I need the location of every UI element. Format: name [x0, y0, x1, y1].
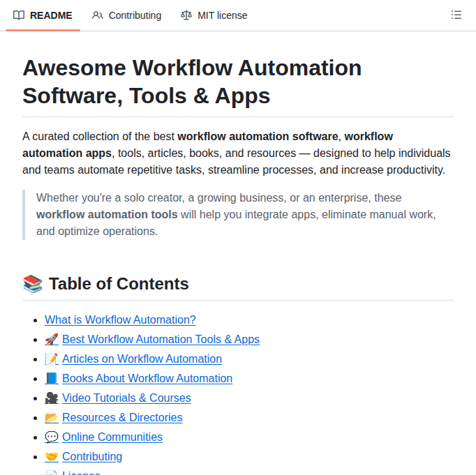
toc-item: What is Workflow Automation?: [45, 312, 454, 329]
toc-link-articles[interactable]: 📝Articles on Workflow Automation: [45, 353, 222, 365]
speech-balloon-emoji-icon: 💬: [45, 431, 59, 443]
toc-link-best-tools[interactable]: 🚀Best Workflow Automation Tools & Apps: [45, 333, 260, 345]
readme-article: Awesome Workflow Automation Software, To…: [0, 31, 476, 475]
toc-link-resources[interactable]: 📂Resources & Directories: [45, 412, 182, 423]
toc-heading: 📚Table of Contents: [22, 273, 454, 301]
toc-item: 🤝Contributing: [45, 448, 454, 465]
toc-link-online-communities[interactable]: 💬Online Communities: [45, 431, 163, 443]
handshake-emoji-icon: 🤝: [45, 451, 59, 462]
intro-blockquote: Whether you're a solo creator, a growing…: [22, 190, 454, 240]
law-icon: [181, 10, 192, 21]
rocket-emoji-icon: 🚀: [45, 333, 59, 345]
tab-contributing[interactable]: Contributing: [84, 0, 170, 31]
toc-item: 📂Resources & Directories: [45, 409, 454, 426]
toc-link-video-tutorials[interactable]: 🎥Video Tutorials & Courses: [45, 392, 191, 404]
toc-item: 🚀Best Workflow Automation Tools & Apps: [45, 331, 454, 348]
toc-link-label: What is Workflow Automation?: [45, 314, 196, 326]
page-emoji-icon: 📄: [45, 470, 59, 475]
toc-link-label: License: [62, 470, 101, 475]
page-title: Awesome Workflow Automation Software, To…: [22, 54, 454, 117]
tab-contributing-label: Contributing: [109, 10, 162, 21]
toc-link-contributing[interactable]: 🤝Contributing: [45, 451, 122, 462]
toc-link-what-is-workflow-automation[interactable]: What is Workflow Automation?: [45, 314, 196, 326]
movie-camera-emoji-icon: 🎥: [45, 392, 59, 404]
tab-mit-license[interactable]: MIT license: [173, 0, 255, 31]
blue-book-emoji-icon: 📘: [45, 372, 59, 384]
toc-list: What is Workflow Automation? 🚀Best Workf…: [22, 312, 454, 475]
toc-link-books[interactable]: 📘Books About Workflow Automation: [45, 372, 232, 384]
open-folder-emoji-icon: 📂: [45, 412, 59, 423]
toc-item: 💬Online Communities: [45, 429, 454, 446]
toc-heading-label: Table of Contents: [49, 274, 189, 293]
tab-mit-license-label: MIT license: [198, 10, 247, 21]
tab-readme-label: README: [30, 10, 73, 21]
outline-toc-button[interactable]: [448, 6, 465, 25]
toc-link-label: Contributing: [62, 451, 122, 462]
toc-link-label: Articles on Workflow Automation: [62, 353, 222, 365]
toc-link-label: Video Tutorials & Courses: [62, 392, 191, 404]
toc-item: 📝Articles on Workflow Automation: [45, 351, 454, 368]
books-emoji-icon: 📚: [22, 274, 43, 293]
toc-item: 🎥Video Tutorials & Courses: [45, 390, 454, 407]
people-icon: [92, 10, 103, 21]
readme-tab-bar: README Contributing MIT license: [0, 0, 476, 31]
tab-readme[interactable]: README: [6, 0, 80, 31]
toc-link-label: Online Communities: [62, 431, 163, 443]
memo-emoji-icon: 📝: [45, 353, 59, 365]
toc-link-license[interactable]: 📄License: [45, 470, 101, 475]
book-icon: [13, 10, 24, 21]
toc-item: 📄License: [45, 468, 454, 475]
toc-item: 📘Books About Workflow Automation: [45, 370, 454, 387]
toc-link-label: Books About Workflow Automation: [62, 372, 232, 384]
toc-link-label: Best Workflow Automation Tools & Apps: [62, 333, 260, 345]
toc-link-label: Resources & Directories: [62, 412, 183, 423]
list-unordered-icon: [451, 9, 462, 22]
intro-paragraph: A curated collection of the best workflo…: [22, 128, 454, 179]
